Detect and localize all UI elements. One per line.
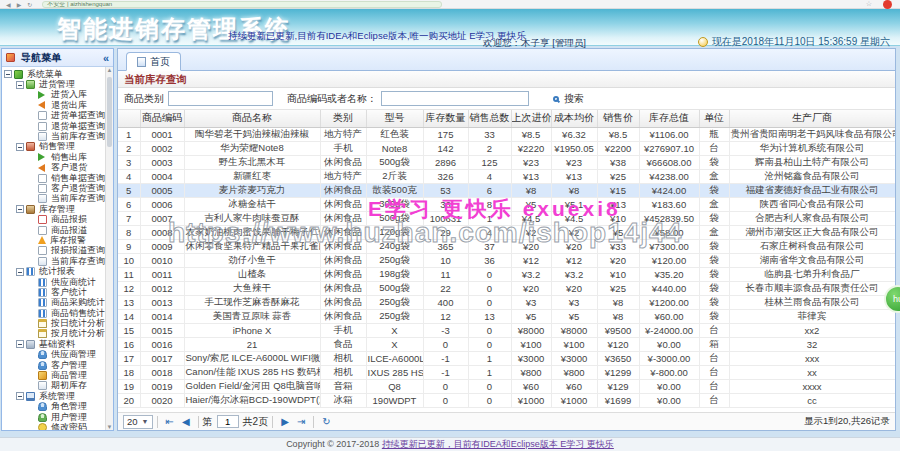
column-header[interactable]: 成本均价 — [551, 110, 597, 127]
column-header[interactable]: 销售价 — [597, 110, 639, 127]
sidebar-item[interactable]: 退货单据查询 — [2, 121, 105, 131]
browser-reload-icon[interactable]: ↻ — [27, 1, 32, 8]
name-input[interactable] — [381, 91, 529, 106]
prev-page-icon[interactable]: ◀ — [182, 416, 190, 427]
bookmark-star-icon[interactable]: ☆ — [866, 0, 872, 8]
column-header[interactable]: 上次进价 — [511, 110, 551, 127]
tree-toggle-icon[interactable] — [16, 143, 24, 151]
table-row[interactable]: 16001621食品X00¥100¥100¥120¥0.00箱32 — [118, 337, 895, 351]
table-row[interactable]: 180018Canon/佳能 IXUS 285 HS 数码相机 2020相机IX… — [118, 365, 895, 379]
sidebar-item[interactable]: 系统菜单 — [2, 69, 105, 79]
sidebar-scrollbar[interactable]: ▲ ▼ — [105, 67, 113, 430]
sidebar-item[interactable]: 商品管理 — [2, 370, 105, 380]
column-header[interactable]: 型号 — [366, 110, 423, 127]
sidebar-item[interactable]: 修改密码 — [2, 422, 105, 430]
tree-toggle-icon[interactable] — [4, 70, 12, 78]
footer-link[interactable]: 持续更新已更新，目前有IDEA和Eclipse版本 E学习 更快乐 — [382, 439, 614, 449]
column-header[interactable]: 销售总数 — [468, 110, 511, 127]
table-row[interactable]: 110011山楂条休闲食品198g袋110¥3.2¥3.2¥10¥35.20袋临… — [118, 267, 895, 281]
next-page-icon[interactable]: ▶ — [281, 416, 289, 427]
sidebar-item[interactable]: 销售管理 — [2, 142, 105, 152]
tab-home[interactable]: 首页 — [126, 52, 181, 71]
table-row[interactable]: 80008农家奶油桃肉蜜饯果脯干梅子仁休闲零食休闲食品120g袋294¥2¥2¥… — [118, 225, 895, 239]
sidebar-item[interactable]: 库存管理 — [2, 204, 105, 214]
scroll-up-icon[interactable]: ▲ — [106, 67, 113, 73]
column-header[interactable]: 库存总值 — [639, 110, 699, 127]
table-row[interactable]: 150015iPhone X手机X-30¥8000¥8000¥9500¥-240… — [118, 323, 895, 337]
sidebar-item[interactable]: 按日统计分析 — [2, 318, 105, 328]
column-header[interactable]: 生产厂商 — [729, 110, 895, 127]
column-header[interactable]: 库存数量 — [423, 110, 468, 127]
table-row[interactable]: 100010劲仔小鱼干休闲食品250g袋1036¥12¥12¥20¥120.00… — [118, 253, 895, 267]
scroll-down-icon[interactable]: ▼ — [106, 424, 113, 430]
sidebar-item[interactable]: 进货管理 — [2, 79, 105, 89]
address-bar[interactable]: 不安全 | aizhishengquan — [42, 1, 442, 8]
sidebar-item[interactable]: 供应商统计 — [2, 277, 105, 287]
sidebar-item[interactable]: 客户统计 — [2, 287, 105, 297]
sidebar-item[interactable]: 销售单据查询 — [2, 173, 105, 183]
sidebar-item[interactable]: 当前库存查询 — [2, 194, 105, 204]
sidebar-item[interactable]: 系统管理 — [2, 391, 105, 401]
category-input[interactable] — [168, 91, 273, 106]
sidebar-item[interactable]: 客户退货 — [2, 163, 105, 173]
table-row[interactable]: 40004新疆红枣地方特产2斤装3264¥13¥13¥25¥4238.00盒沧州… — [118, 169, 895, 183]
collapse-sidebar-icon[interactable]: « — [103, 52, 109, 64]
sidebar-item[interactable]: 进货单据查询 — [2, 111, 105, 121]
cube-icon — [14, 70, 23, 79]
sidebar-item[interactable]: 当前库存查询 — [2, 256, 105, 266]
search-button[interactable]: 搜索 — [553, 92, 584, 106]
sidebar-item[interactable]: 当前库存查询 — [2, 131, 105, 141]
table-row[interactable]: 50005麦片茶麦巧克力休闲食品散装500克536¥8¥8¥15¥424.00袋… — [118, 183, 895, 197]
browser-red-button-icon[interactable] — [883, 0, 892, 9]
sidebar-item[interactable]: 按月统计分析 — [2, 329, 105, 339]
last-page-icon[interactable]: ⇥ — [297, 416, 305, 427]
sidebar-item[interactable]: 角色管理 — [2, 402, 105, 412]
sidebar-item[interactable]: 商品销售统计 — [2, 308, 105, 318]
table-row[interactable]: 190019Golden Field/金河田 Q8电脑音响台式多媒音箱Q800¥… — [118, 379, 895, 393]
column-header[interactable]: 商品名称 — [184, 110, 320, 127]
tree-toggle-icon[interactable] — [16, 392, 24, 400]
sidebar-item[interactable]: 库存报警 — [2, 235, 105, 245]
page-number-input[interactable] — [217, 415, 239, 428]
column-header[interactable]: 单位 — [699, 110, 729, 127]
sidebar-item[interactable]: 客户管理 — [2, 360, 105, 370]
tree-toggle-icon[interactable] — [16, 205, 24, 213]
table-row[interactable]: 10001陶华碧老干妈油辣椒油辣椒地方特产红色装17533¥8.5¥6.32¥8… — [118, 127, 895, 141]
column-header[interactable]: 类别 — [320, 110, 366, 127]
table-row[interactable]: 130013手工现作芝麻香酥麻花休闲食品250g袋4000¥3¥3¥8¥1200… — [118, 295, 895, 309]
table-row[interactable]: 30003野生东北黑木耳休闲食品500g袋2896125¥23¥23¥38¥66… — [118, 155, 895, 169]
table-row[interactable]: 20002华为荣耀Note8手机Note81422¥2220¥1950.05¥2… — [118, 141, 895, 155]
sidebar-item[interactable]: 退货出库 — [2, 100, 105, 110]
table-row[interactable]: 70007吉利人家牛肉味蚕豆酥休闲食品500g袋1006311¥4.5¥4.5¥… — [118, 211, 895, 225]
sidebar-item[interactable]: 供应商管理 — [2, 350, 105, 360]
sidebar-item[interactable]: 商品报溢 — [2, 225, 105, 235]
tree-toggle-icon[interactable] — [16, 268, 24, 276]
table-row[interactable]: 140014美国青豆原味 蒜香休闲食品250g袋1213¥5¥5¥8¥60.00… — [118, 309, 895, 323]
sidebar-item[interactable]: 销售出库 — [2, 152, 105, 162]
page-size-select[interactable]: 20 ▼ — [123, 415, 153, 429]
table-row[interactable]: 90009休闲零食坚果特产精品干果孔雀白大个开心休闲食品240g袋36537¥2… — [118, 239, 895, 253]
tree-toggle-icon[interactable] — [16, 81, 24, 89]
sidebar-item[interactable]: 基础资料 — [2, 339, 105, 349]
table-row[interactable]: 60006冰糖金桔干休闲食品300g袋368¥5¥5.1¥13¥183.60盒陕… — [118, 197, 895, 211]
refresh-icon[interactable]: ↻ — [322, 416, 330, 427]
table-row[interactable]: 170017Sony/索尼 ILCE-A6000L WIFI微单数码相机相机IL… — [118, 351, 895, 365]
table-row[interactable]: 120012大鱼辣干休闲食品500g袋220¥20¥20¥25¥440.00袋长… — [118, 281, 895, 295]
sidebar-item[interactable]: 期初库存 — [2, 381, 105, 391]
scrollbar-thumb[interactable] — [107, 77, 112, 147]
sidebar-item[interactable]: 进货入库 — [2, 90, 105, 100]
column-header[interactable]: 商品编码 — [140, 110, 184, 127]
table-row[interactable]: 200020Haier/海尔冰箱BCD-190WDPT(双门电冰)冰箱190WD… — [118, 393, 895, 407]
tree-toggle-icon[interactable] — [16, 340, 24, 348]
sidebar-item[interactable]: 统计报表 — [2, 266, 105, 276]
column-header[interactable] — [118, 110, 140, 127]
browser-forward-icon[interactable]: ▶ — [17, 1, 22, 8]
table-cell: 1 — [468, 365, 511, 379]
first-page-icon[interactable]: ⇤ — [166, 416, 174, 427]
sidebar-item[interactable]: 商品报损 — [2, 214, 105, 224]
sidebar-item[interactable]: 商品采购统计 — [2, 298, 105, 308]
sidebar-item[interactable]: 报损报溢查询 — [2, 246, 105, 256]
sidebar-item[interactable]: 用户管理 — [2, 412, 105, 422]
browser-back-icon[interactable]: ◀ — [6, 1, 11, 8]
sidebar-item[interactable]: 客户退货查询 — [2, 183, 105, 193]
